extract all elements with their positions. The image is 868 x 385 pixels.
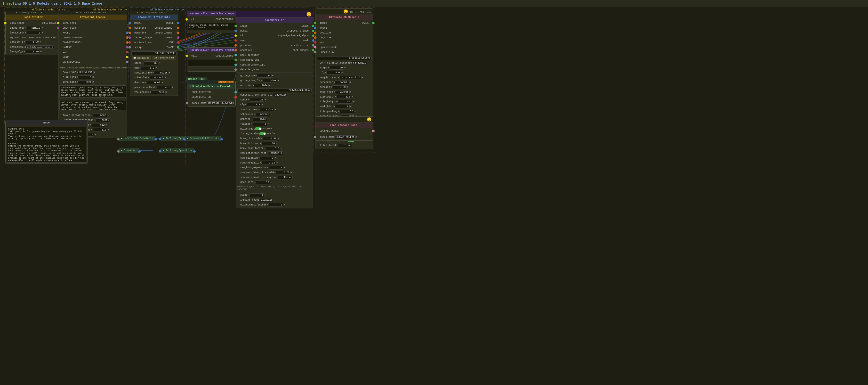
arrow-input-mode-right[interactable]: ►: [41, 27, 43, 29]
arrow-fd-guide-left[interactable]: ◄: [255, 75, 257, 77]
port-fdp-clip-in[interactable]: [185, 18, 188, 21]
arrow-fd-feather-right[interactable]: ►: [267, 123, 269, 125]
arrow-usd-steps-right[interactable]: ►: [344, 66, 346, 69]
arrow-baked-vae-left[interactable]: ◄: [76, 71, 78, 73]
facedetailer-header[interactable]: FaceDetailer: [236, 18, 313, 23]
arrow-fd-sampler-left[interactable]: ◄: [258, 108, 260, 111]
arrow-wt1-right[interactable]: ►: [40, 41, 42, 43]
arrow-wt2-left[interactable]: ◄: [23, 51, 25, 53]
arrow-usd-tile-w-left[interactable]: ◄: [334, 96, 337, 98]
arrow-fd-sam-bbox-exp-right[interactable]: ►: [283, 167, 285, 169]
port-ud-bbox-out[interactable]: [235, 91, 237, 93]
arrow-usd-tile-h-right[interactable]: ►: [352, 100, 355, 103]
port-usd-image-in[interactable]: [314, 22, 316, 24]
arrow-lora-name-left[interactable]: ◄: [76, 81, 78, 83]
port-ks-model-in[interactable]: [128, 22, 131, 24]
port-lum-model-in[interactable]: [314, 136, 316, 138]
arrow-latent-h-left[interactable]: ◄: [90, 128, 93, 131]
arrow-fd-max-left[interactable]: ◄: [252, 84, 254, 87]
arrow-ks-cfg-left[interactable]: ◄: [139, 67, 141, 69]
arrow-ks-cfg-right[interactable]: ►: [155, 67, 158, 69]
ks-last-queued-btn[interactable]: Last Queued Seed: [152, 56, 176, 60]
arrow-fd-bbox-thresh-left[interactable]: ◄: [261, 137, 263, 140]
arrow-ks-denoise-right[interactable]: ►: [161, 81, 163, 84]
ultimate-sd-header[interactable]: Ultimate SD Upscale: [315, 15, 373, 20]
port-lora-stack-in[interactable]: [4, 22, 6, 24]
arrow-latent-w-right[interactable]: ►: [106, 124, 108, 126]
arrow-fd-drop-right[interactable]: ►: [270, 181, 272, 183]
arrow-usd-sampler-right[interactable]: ►: [362, 76, 364, 79]
port-ibo1-in[interactable]: [159, 138, 161, 141]
load-upscale-header[interactable]: Load Upscale Model: [315, 123, 373, 128]
fdn-text-input[interactable]: [188, 59, 237, 66]
el-negative-prompt[interactable]: bad hands, monochromatic, watermark, log…: [59, 100, 126, 110]
facedetailer-positive-header[interactable]: FaceDetailer Positive Prompt: [187, 11, 237, 16]
arrow-wt1-left[interactable]: ◄: [23, 41, 25, 43]
arrow-fd-gsf-right[interactable]: ►: [277, 79, 280, 82]
arrow-usd-tp-right[interactable]: ►: [354, 110, 356, 113]
port-ks-latent-out[interactable]: [177, 36, 179, 39]
efficient-loader-header[interactable]: Efficient Loader: [58, 15, 127, 20]
arrow-ks-sched-left[interactable]: ◄: [147, 77, 150, 79]
port-ks-cond-neg-out[interactable]: [177, 32, 179, 34]
port-el-cond-pos-out[interactable]: [126, 36, 128, 39]
arrow-fd-gsf-left[interactable]: ◄: [261, 79, 263, 82]
arrow-ks-preview-right[interactable]: ►: [172, 86, 174, 89]
port-fd-bbox-in[interactable]: [235, 54, 237, 56]
port-primitive-out[interactable]: [138, 150, 141, 153]
ks-randomize-btn[interactable]: 🎲 Randomize: [132, 56, 151, 60]
port-usd-model-in[interactable]: [314, 27, 316, 29]
port-ks-cond-pos-out[interactable]: [177, 27, 179, 29]
port-fd-clip-in[interactable]: [235, 34, 237, 37]
arrow-fd-denoise-right[interactable]: ►: [267, 118, 269, 120]
port-el-vae-out[interactable]: [126, 51, 128, 53]
arrow-usd-steps-left[interactable]: ◄: [327, 66, 329, 69]
toggle-fd-noise-mask[interactable]: [255, 127, 261, 130]
port-ks-latent-in[interactable]: [128, 36, 131, 39]
arrow-usd-mb-right[interactable]: ►: [350, 105, 352, 108]
port-fd-hook-in[interactable]: [235, 68, 237, 71]
arrow-wt2-right[interactable]: ►: [40, 51, 42, 53]
port-el-deps-out[interactable]: [126, 61, 128, 63]
port-fd-positive-in[interactable]: [235, 44, 237, 47]
arrow-ks-denoise-left[interactable]: ◄: [145, 81, 147, 84]
arrow-clip-skip-left[interactable]: ◄: [76, 76, 78, 78]
arrow-latent-h-right[interactable]: ►: [107, 128, 110, 131]
arrow-fd-drop-left[interactable]: ◄: [253, 181, 255, 183]
arrow-usd-mode-right[interactable]: ►: [350, 91, 352, 93]
arrow-usd-tp-left[interactable]: ◄: [337, 110, 339, 113]
arrow-usd-denoise-right[interactable]: ►: [347, 86, 349, 88]
port-el-lora-stack-in[interactable]: [57, 22, 59, 24]
port-primitive-in[interactable]: [117, 150, 120, 153]
arrow-fd-crop-left[interactable]: ◄: [264, 147, 266, 149]
arrow-fd-cfg-right[interactable]: ►: [261, 103, 264, 106]
port-ibo2-out[interactable]: [193, 150, 196, 153]
port-usd-positive-in[interactable]: [314, 32, 316, 34]
port-el-cnet-stack-in[interactable]: [57, 27, 59, 29]
ksampler-header[interactable]: KSampler (Efficient): [130, 15, 178, 20]
el-positive-prompt[interactable]: spectre head, ghost head, spirit face, m…: [59, 85, 126, 97]
port-el-clip-out[interactable]: [126, 56, 128, 58]
port-el-cond-neg-out[interactable]: [126, 41, 128, 44]
arrow-fd-feather-left[interactable]: ◄: [250, 123, 253, 125]
port-usd-vae-in[interactable]: [314, 41, 316, 44]
ultralytics-header[interactable]: UltralyticsDetectorProvider: [187, 84, 236, 89]
arrow-fd-bbox-dil-right[interactable]: ►: [276, 142, 278, 145]
arrow-ks-steps-left[interactable]: ◄: [142, 62, 144, 64]
port-nearest-out[interactable]: [154, 138, 157, 141]
arrow-usd-tile-w-right[interactable]: ►: [351, 96, 353, 98]
arrow-fd-cfg-left[interactable]: ◄: [245, 103, 247, 106]
port-fd-image-in[interactable]: [235, 25, 237, 27]
arrow-fd-sched-right[interactable]: ►: [270, 113, 272, 116]
arrow-fd-crop-right[interactable]: ►: [280, 147, 282, 149]
arrow-fd-sam-thresh-right[interactable]: ►: [276, 161, 278, 164]
arrow-ks-vae-decode-right[interactable]: ►: [165, 91, 168, 93]
port-fdn-clip-in[interactable]: [185, 55, 188, 57]
arrow-usd-denoise-left[interactable]: ◄: [330, 86, 332, 88]
arrow-fd-sam-dil-left[interactable]: ◄: [258, 157, 260, 159]
arrow-input-mode-left[interactable]: ◄: [25, 27, 27, 29]
recommended-resol-node[interactable]: ● Recommended Resoluti: [184, 136, 222, 141]
arrow-fd-cycle-left[interactable]: ◄: [248, 194, 250, 196]
arrow-weight-right[interactable]: ►: [110, 119, 112, 121]
toggle-fd-force-inpaint[interactable]: [259, 132, 266, 135]
